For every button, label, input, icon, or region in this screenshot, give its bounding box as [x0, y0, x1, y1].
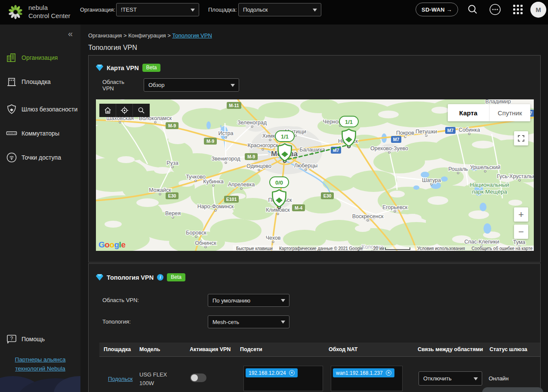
map-city-dot [225, 136, 227, 138]
gateway-status: Онлайн [489, 375, 509, 382]
switch-icon [6, 128, 17, 139]
map-city-dot [468, 133, 470, 135]
access-point-icon [6, 152, 17, 163]
map-city-label: Орехово-Зуево [370, 145, 408, 151]
site-label: Площадка: [208, 6, 237, 13]
map-type-control: Карта Спутник [448, 104, 530, 121]
satellite-tab[interactable]: Спутник [490, 104, 531, 121]
site-select[interactable]: Подольск [238, 3, 321, 16]
zoom-out-button[interactable]: − [514, 225, 528, 239]
map-city-label: Егорьевск [382, 204, 408, 210]
map-city-dot [154, 121, 156, 123]
map-city-dot [519, 179, 520, 181]
sidebar-item-security-gateway[interactable]: Шлюз безопасности [0, 101, 80, 118]
map-city-dot [388, 151, 390, 153]
remove-subnet-icon[interactable]: ✕ [289, 370, 295, 376]
topology-area-select[interactable]: По умолчанию [208, 294, 289, 307]
sidebar-item-site[interactable]: Площадка [0, 73, 80, 90]
shield-icon [6, 104, 17, 115]
map-city-dot [225, 162, 227, 164]
map-city-dot [172, 166, 173, 168]
map-home-button[interactable] [99, 104, 116, 117]
table-header: Площадка Модель Активация VPN Подсети Об… [99, 343, 540, 357]
help-icon: ? [6, 333, 17, 345]
svg-text:0/0: 0/0 [275, 179, 283, 186]
page-title: Топология VPN [88, 44, 137, 52]
map-tab[interactable]: Карта [448, 104, 490, 121]
map-report-link[interactable]: Сообщить об ошибке на карте [471, 246, 533, 251]
map-city-dot [425, 135, 427, 136]
map-city-dot [277, 213, 279, 215]
svg-text:М-11: М-11 [229, 103, 239, 108]
map-city-label: Истра [219, 130, 234, 136]
map-city-label: Чехов [266, 235, 281, 241]
svg-text:?: ? [10, 336, 13, 342]
sidebar-item-switches[interactable]: Коммутаторы [0, 125, 80, 142]
site-icon [6, 76, 17, 87]
map-city-label: Рошаль [448, 166, 468, 172]
map-city-dot [205, 246, 206, 248]
map-park-label: парк Мещёра [472, 188, 507, 195]
map-city-label: Можайск [149, 187, 171, 193]
map-city-label: Воскресенск [352, 213, 384, 219]
breadcrumb-current-link[interactable]: Топология VPN [172, 32, 212, 39]
map-city-label: Кубинка [203, 179, 223, 185]
map-city-dot [172, 216, 174, 218]
avatar[interactable]: M [530, 2, 546, 18]
sidebar-item-access-points[interactable]: Точки доступа [0, 149, 80, 166]
remove-nat-icon[interactable]: ✕ [386, 370, 391, 376]
sidebar-collapse-button[interactable]: « [68, 29, 73, 39]
organization-icon [6, 52, 17, 63]
topology-type-select[interactable]: Mesh-сеть [208, 315, 289, 328]
nat-chip: wan1:192.168.1.237✕ [333, 368, 394, 377]
partial-button[interactable] [482, 387, 543, 392]
sidebar-item-organization[interactable]: Организация [0, 49, 80, 66]
map-city-dot [431, 183, 432, 185]
more-options-icon[interactable] [489, 3, 501, 15]
breadcrumb: Организация > Конфигурация > Топология V… [88, 32, 212, 39]
diamond-icon [96, 274, 103, 281]
beta-badge: Beta [167, 273, 185, 281]
sdwan-button[interactable]: SD-WAN → [416, 3, 458, 16]
map-city-dot [305, 169, 307, 170]
map-search-button[interactable] [133, 104, 150, 117]
fullscreen-button[interactable] [514, 131, 528, 145]
sidebar-item-help[interactable]: ? Помощь [0, 330, 80, 348]
map-city-label: Петушки [416, 129, 437, 135]
map-city-dot [272, 241, 274, 243]
map-city-label: Зеленоград [237, 120, 267, 126]
org-label: Организация: [80, 6, 115, 13]
svg-text:1/1: 1/1 [281, 133, 289, 140]
map-city-label: Тума [513, 239, 526, 245]
info-icon[interactable]: i [157, 274, 163, 281]
subnet-chip: 192.168.12.0/24✕ [246, 368, 298, 377]
map-city-label: Верея [165, 210, 181, 216]
map-scale-label: 20 км [373, 246, 384, 251]
map-terms-link[interactable]: Условия использования [417, 246, 465, 251]
zoom-in-button[interactable]: + [514, 207, 528, 222]
map-data-attribution: Картографические данные © 2021 Google [279, 246, 363, 251]
topbar: nebula Control Center Организация: !TEST… [0, 0, 548, 25]
svg-text:Е30: Е30 [168, 193, 176, 198]
search-icon[interactable] [467, 3, 479, 15]
vpn-area-label: Область VPN [102, 79, 124, 92]
svg-text:Е101: Е101 [226, 197, 237, 202]
map-city-dot [251, 126, 253, 127]
map-city-dot [457, 172, 459, 174]
area-link-select[interactable]: Отключить [419, 371, 482, 386]
map-city-dot [394, 210, 396, 212]
google-logo: Google [99, 240, 125, 250]
sidebar: « Организация Площадка Шлюз безопасности [0, 25, 80, 392]
org-select[interactable]: !TEST [116, 3, 199, 16]
map-city-label: Красногорск [247, 142, 278, 148]
map-shortcuts-link[interactable]: Быстрые клавиши [236, 246, 273, 251]
google-map[interactable]: ШаховскаяВолоколамскЗеленоградИстраХимки… [96, 99, 534, 251]
apps-grid-icon[interactable] [512, 3, 524, 15]
vpn-area-select[interactable]: Обзор [144, 78, 239, 92]
map-scale-bar [385, 247, 410, 250]
vpn-activation-toggle[interactable] [190, 373, 206, 382]
map-city-label: Спас-Клепики [465, 239, 499, 245]
sidebar-decoration [0, 349, 80, 392]
map-locate-button[interactable] [116, 104, 133, 117]
site-link[interactable]: Подольск [108, 376, 132, 382]
